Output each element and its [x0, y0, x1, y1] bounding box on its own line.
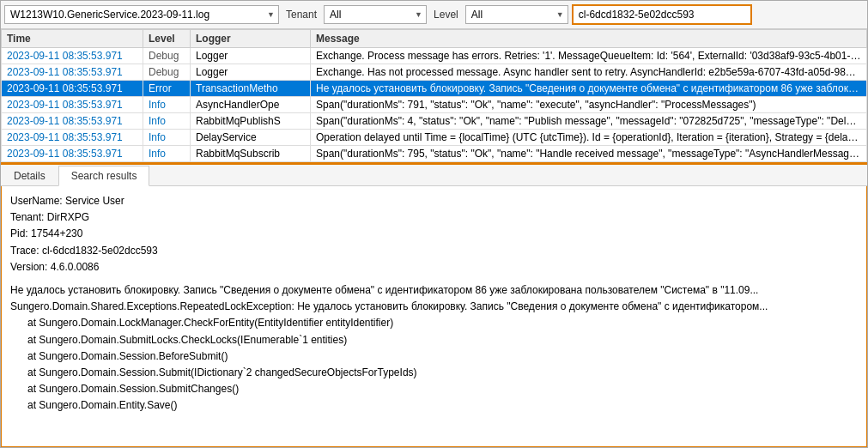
cell-logger: AsyncHandlerOpe	[191, 97, 311, 113]
trace-value: cl-6dcd1832-5e02dcc593	[42, 245, 158, 257]
cell-time: 2023-09-11 08:35:53.971	[2, 97, 143, 113]
cell-level: Info	[143, 97, 191, 113]
cell-level: Error	[143, 81, 191, 97]
pid-line: Pid: 17544+230	[10, 226, 858, 242]
stack-line: at Sungero.Domain.LockManager.CheckForEn…	[10, 315, 858, 331]
cell-time: 2023-09-11 08:35:53.971	[2, 113, 143, 130]
cell-message: Exchange. Process message has errors. Re…	[311, 48, 867, 64]
tenant-line: Tenant: DirRXPG	[10, 209, 858, 226]
cell-time: 2023-09-11 08:35:53.971	[2, 130, 143, 146]
time-link[interactable]: 2023-09-11 08:35:53.971	[7, 82, 123, 94]
cell-logger: TransactionMetho	[191, 81, 311, 97]
cell-logger: Logger	[191, 64, 311, 81]
cell-time: 2023-09-11 08:35:53.971	[2, 64, 143, 81]
table-header-row: Time Level Logger Message	[2, 30, 867, 48]
table-row[interactable]: 2023-09-11 08:35:53.971InfoAsyncHandlerO…	[2, 97, 867, 113]
cell-level: Debug	[143, 64, 191, 81]
file-select[interactable]: W1213W10.GenericService.2023-09-11.log	[4, 5, 279, 24]
col-header-level: Level	[143, 30, 191, 48]
main-container: W1213W10.GenericService.2023-09-11.log T…	[0, 0, 868, 448]
log-table: Time Level Logger Message 2023-09-11 08:…	[1, 29, 867, 162]
bottom-panel: Details Search results UserName: Service…	[1, 165, 867, 447]
cell-level: Debug	[143, 48, 191, 64]
cell-logger: RabbitMqPublishS	[191, 113, 311, 130]
col-header-time: Time	[2, 30, 143, 48]
stack-line: at Sungero.Domain.Session.Submit(IDictio…	[10, 365, 858, 381]
tab-content-details: UserName: Service User Tenant: DirRXPG P…	[1, 186, 867, 447]
table-row[interactable]: 2023-09-11 08:35:53.971InfoDelayServiceO…	[2, 130, 867, 146]
tabs-bar: Details Search results	[1, 165, 867, 186]
table-row[interactable]: 2023-09-11 08:35:53.971ErrorTransactionM…	[2, 81, 867, 97]
cell-message: Operation delayed until Time = {localTim…	[311, 130, 867, 146]
table-row[interactable]: 2023-09-11 08:35:53.971InfoRabbitMqPubli…	[2, 113, 867, 130]
tenant-select[interactable]: All	[324, 5, 427, 24]
username-line: UserName: Service User	[10, 193, 858, 209]
table-row[interactable]: 2023-09-11 08:35:53.971InfoRabbitMqSubsc…	[2, 146, 867, 162]
toolbar: W1213W10.GenericService.2023-09-11.log T…	[1, 1, 867, 29]
cell-level: Info	[143, 146, 191, 162]
stack-line: at Sungero.Domain.Entity.Save()	[10, 397, 858, 414]
log-table-container: Time Level Logger Message 2023-09-11 08:…	[1, 29, 867, 162]
version-value: 4.6.0.0086	[51, 261, 100, 273]
username-value: Service User	[65, 195, 124, 207]
cell-time: 2023-09-11 08:35:53.971	[2, 81, 143, 97]
time-link[interactable]: 2023-09-11 08:35:53.971	[7, 99, 123, 111]
stack-line: at Sungero.Domain.Session.SubmitChanges(…	[10, 381, 858, 397]
tenant-value: DirRXPG	[47, 211, 89, 223]
level-select[interactable]: All	[465, 5, 568, 24]
time-link[interactable]: 2023-09-11 08:35:53.971	[7, 66, 123, 78]
cell-time: 2023-09-11 08:35:53.971	[2, 146, 143, 162]
stack-trace: at Sungero.Domain.LockManager.CheckForEn…	[10, 315, 858, 414]
time-link[interactable]: 2023-09-11 08:35:53.971	[7, 50, 123, 62]
cell-message: Не удалось установить блокировку. Запись…	[311, 81, 867, 97]
col-header-logger: Logger	[191, 30, 311, 48]
search-input[interactable]	[572, 4, 752, 25]
version-label: Version:	[10, 261, 47, 273]
time-link[interactable]: 2023-09-11 08:35:53.971	[7, 115, 123, 127]
cell-message: Span("durationMs": 4, "status": "Ok", "n…	[311, 113, 867, 130]
tenant-label: Tenant	[282, 9, 320, 21]
col-header-message: Message	[311, 30, 867, 48]
cell-message: Exchange. Has not processed message. Asy…	[311, 64, 867, 81]
pid-label: Pid:	[10, 227, 28, 239]
cell-message: Span("durationMs": 795, "status": "Ok", …	[311, 146, 867, 162]
level-select-wrapper: All	[465, 5, 568, 24]
file-select-wrapper: W1213W10.GenericService.2023-09-11.log	[4, 5, 279, 24]
cell-level: Info	[143, 113, 191, 130]
trace-label: Trace:	[10, 245, 39, 257]
error-text: Не удалось установить блокировку. Запись…	[10, 282, 858, 315]
tenant-label-detail: Tenant:	[10, 211, 44, 223]
table-row[interactable]: 2023-09-11 08:35:53.971DebugLoggerExchan…	[2, 64, 867, 81]
cell-logger: Logger	[191, 48, 311, 64]
time-link[interactable]: 2023-09-11 08:35:53.971	[7, 148, 123, 160]
tenant-select-wrapper: All	[324, 5, 427, 24]
username-label: UserName:	[10, 195, 63, 207]
time-link[interactable]: 2023-09-11 08:35:53.971	[7, 131, 123, 143]
log-table-body: 2023-09-11 08:35:53.971DebugLoggerExchan…	[2, 48, 867, 162]
pid-value: 17544+230	[31, 227, 82, 239]
cell-logger: DelayService	[191, 130, 311, 146]
cell-message: Span("durationMs": 791, "status": "Ok", …	[311, 97, 867, 113]
cell-time: 2023-09-11 08:35:53.971	[2, 48, 143, 64]
tab-search-results[interactable]: Search results	[58, 166, 150, 186]
trace-line: Trace: cl-6dcd1832-5e02dcc593	[10, 243, 858, 259]
table-row[interactable]: 2023-09-11 08:35:53.971DebugLoggerExchan…	[2, 48, 867, 64]
cell-level: Info	[143, 130, 191, 146]
version-line: Version: 4.6.0.0086	[10, 259, 858, 275]
level-label: Level	[430, 9, 462, 21]
stack-line: at Sungero.Domain.SubmitLocks.CheckLocks…	[10, 332, 858, 348]
cell-logger: RabbitMqSubscrib	[191, 146, 311, 162]
tab-details[interactable]: Details	[1, 166, 58, 186]
stack-line: at Sungero.Domain.Session.BeforeSubmit()	[10, 348, 858, 365]
